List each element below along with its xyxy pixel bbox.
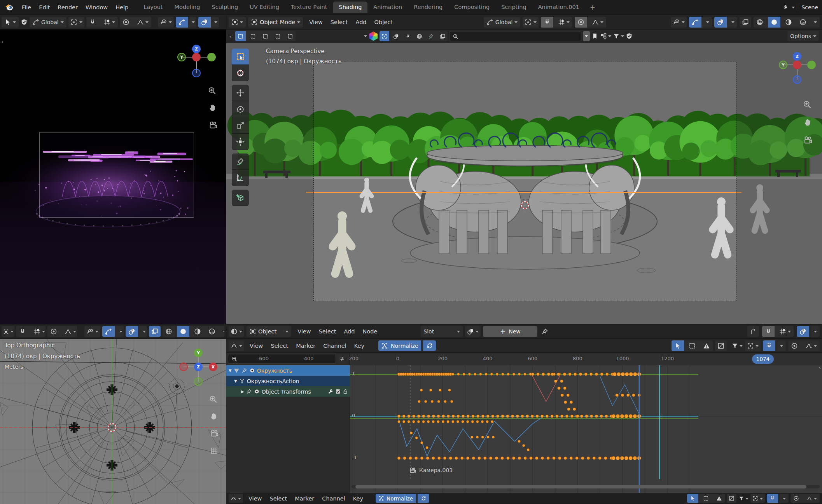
filter-brush-button[interactable] <box>426 31 436 41</box>
falloff-dropdown[interactable] <box>589 17 606 28</box>
graph-snap-group[interactable] <box>763 340 786 351</box>
graph-editor[interactable]: ▼ Окружность ▼ ОкружностьAction ▶ Object… <box>226 353 822 493</box>
tool-measure[interactable] <box>232 170 249 186</box>
pin-icon[interactable] <box>246 389 252 394</box>
workspace-tab-animation[interactable]: Animation <box>367 2 408 13</box>
box-select-toggle[interactable] <box>700 494 712 503</box>
box-select-toggle[interactable] <box>686 340 698 351</box>
axis-z-negative[interactable] <box>793 75 801 84</box>
go-parent-node-button[interactable] <box>747 326 759 337</box>
expand-triangle-icon[interactable]: ▶ <box>241 389 244 394</box>
normalize-view-button[interactable] <box>727 494 736 503</box>
mute-checkbox[interactable] <box>335 389 341 394</box>
graph-snap-group[interactable] <box>767 494 789 503</box>
gizmos-toggle[interactable] <box>689 17 712 28</box>
lock-open-icon[interactable] <box>343 389 348 394</box>
shader-menu-add[interactable]: Add <box>340 328 359 335</box>
pivot-dropdown[interactable] <box>523 17 539 28</box>
editor-type-graph-button[interactable] <box>229 340 244 351</box>
axis-y-negative[interactable]: Y <box>177 53 186 61</box>
expand-triangle-icon[interactable]: ▼ <box>234 379 237 383</box>
left-snap-magnet-icon[interactable] <box>86 17 99 28</box>
axis-x-negative[interactable] <box>179 363 188 371</box>
axis-x-positive[interactable] <box>192 53 201 61</box>
axis-y-positive[interactable] <box>807 61 816 69</box>
active-tool-button[interactable] <box>2 17 19 28</box>
editor-type-graph-button[interactable] <box>229 494 243 503</box>
graph-snap-magnet-icon[interactable] <box>767 494 778 503</box>
ortho-editor-type-button[interactable] <box>2 326 14 337</box>
tool-move[interactable] <box>232 85 249 101</box>
graph-proportional-group[interactable] <box>788 340 820 351</box>
left-snap-settings[interactable] <box>101 17 118 28</box>
left-snap-group[interactable] <box>86 17 118 28</box>
shading-wireframe-button[interactable] <box>163 326 175 337</box>
snap-magnet-icon[interactable] <box>541 17 553 28</box>
workspace-tab-animation-001[interactable]: Animation.001 <box>532 2 585 13</box>
footer-menu-select[interactable]: Select <box>266 495 291 502</box>
scrollbar-thumb[interactable] <box>355 485 806 488</box>
orientation-dropdown[interactable]: Global <box>484 17 521 28</box>
graph-falloff-dropdown[interactable] <box>803 340 820 351</box>
footer-menu-view[interactable]: View <box>245 495 266 502</box>
workspace-tab-compositing[interactable]: Compositing <box>448 2 495 13</box>
ortho-snap-settings[interactable] <box>31 326 46 337</box>
topbar-menu-render[interactable]: Render <box>54 4 82 10</box>
zoom-icon[interactable] <box>208 86 216 95</box>
shading-dropdown[interactable] <box>220 326 224 337</box>
graph-proportional-icon[interactable] <box>788 340 801 351</box>
workspace-tab-sculpting[interactable]: Sculpting <box>206 2 244 13</box>
shader-menu-select[interactable]: Select <box>315 328 340 335</box>
axis-x-positive[interactable]: X <box>209 363 217 371</box>
ortho-snap-magnet-icon[interactable] <box>16 326 29 337</box>
shader-menu-view[interactable]: View <box>294 328 315 335</box>
ortho-proportional-group[interactable] <box>47 326 77 337</box>
axis-y-negative[interactable] <box>194 377 203 386</box>
left-visibility-dropdown[interactable] <box>158 17 174 28</box>
ortho-gizmos-toggle[interactable] <box>102 326 124 337</box>
blender-logo-icon[interactable] <box>5 3 14 12</box>
modifier-wrench-icon[interactable] <box>328 389 334 394</box>
toolbar-expand-chevron[interactable]: › <box>1 348 3 354</box>
editor-type-3d-button[interactable] <box>229 17 246 28</box>
editor-type-shader-button[interactable] <box>229 326 244 337</box>
shader-overlays-toggle[interactable] <box>797 326 820 337</box>
ortho-overlays-toggle[interactable] <box>126 326 147 337</box>
topbar-menu-file[interactable]: File <box>18 4 35 10</box>
hierarchy-dropdown[interactable] <box>600 33 611 40</box>
workspace-tab-texture-paint[interactable]: Texture Paint <box>285 2 333 13</box>
validate-shield-icon[interactable] <box>626 33 633 40</box>
camera-view-icon[interactable] <box>210 429 219 438</box>
proportional-icon[interactable] <box>575 17 587 28</box>
left-orientation-dropdown[interactable]: Global <box>30 17 66 28</box>
scene-icon[interactable] <box>782 4 789 11</box>
channel-search-swap-button[interactable] <box>338 354 346 364</box>
scene-name[interactable]: Scene <box>801 4 818 10</box>
ortho-proportional-icon[interactable] <box>47 326 60 337</box>
left-pivot-dropdown[interactable] <box>68 17 84 28</box>
select-mode-intersect[interactable] <box>285 31 296 41</box>
pan-hand-icon[interactable] <box>803 118 812 127</box>
eye-icon[interactable] <box>249 368 255 373</box>
workspace-tab-scripting[interactable]: Scripting <box>495 2 532 13</box>
shading-rendered-button[interactable] <box>206 326 218 337</box>
axis-z-negative[interactable] <box>192 69 201 77</box>
workspace-tab-layout[interactable]: Layout <box>138 2 168 13</box>
snap-group[interactable] <box>541 17 572 28</box>
graph-snap-settings[interactable] <box>780 494 789 503</box>
graph-filter-dropdown[interactable] <box>738 495 749 501</box>
material-browse-dropdown[interactable] <box>465 326 481 337</box>
camera-view-icon[interactable] <box>209 121 217 129</box>
left-overlays-toggle[interactable] <box>198 17 219 28</box>
show-errors-toggle[interactable] <box>714 494 725 503</box>
ortho-viewport[interactable]: Top Orthographic (1074) окр | Окружность… <box>0 339 226 504</box>
zoom-icon[interactable] <box>803 100 812 109</box>
filter-material-button[interactable] <box>391 31 401 41</box>
current-frame-badge[interactable]: 1074 <box>752 354 774 364</box>
ortho-xray-toggle[interactable] <box>149 326 161 337</box>
timeline-marker[interactable]: Камера.003 <box>409 466 453 474</box>
show-errors-toggle[interactable] <box>700 340 713 351</box>
workspace-tab-modeling[interactable]: Modeling <box>169 2 206 13</box>
axis-x-positive[interactable] <box>793 61 801 69</box>
zoom-icon[interactable] <box>209 395 217 403</box>
